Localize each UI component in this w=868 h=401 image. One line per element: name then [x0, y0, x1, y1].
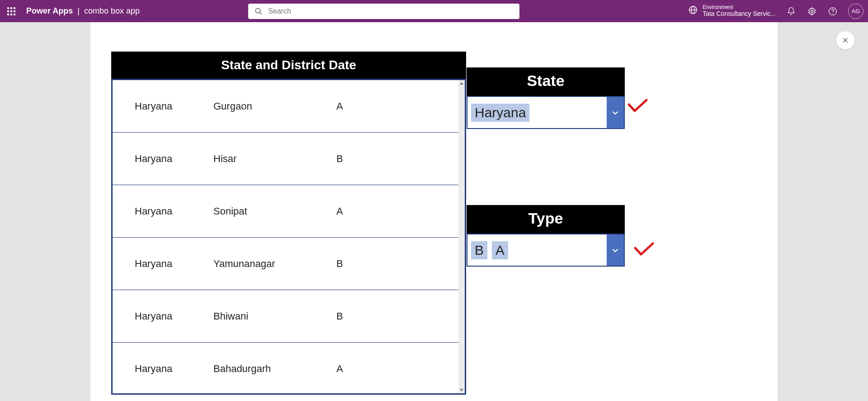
settings-icon[interactable]	[807, 6, 817, 17]
app-launcher-icon[interactable]	[5, 5, 18, 18]
combobox-chip[interactable]: A	[492, 241, 508, 259]
data-table-rows: Haryana Gurgaon A Haryana Hisar B Haryan…	[113, 80, 458, 395]
cell-district: Bahadurgarh	[213, 363, 336, 375]
table-row[interactable]: Haryana Sonipat A	[113, 185, 458, 238]
search-input[interactable]	[268, 7, 513, 15]
cell-district: Sonipat	[213, 205, 336, 217]
help-icon[interactable]	[827, 6, 838, 17]
header-right: Environment Tata Consultancy Servic... A…	[688, 4, 863, 19]
cell-state: Haryana	[113, 310, 213, 322]
app-header: Power Apps | combo box app Environment T…	[0, 0, 868, 22]
chevron-down-icon	[611, 246, 619, 254]
cell-district: Gurgaon	[213, 100, 336, 112]
type-combobox-card: Type B A	[467, 205, 625, 267]
cell-type: A	[336, 100, 458, 112]
cell-state: Haryana	[113, 100, 213, 112]
type-combobox-dropdown-button[interactable]	[607, 234, 624, 266]
close-icon	[842, 37, 849, 44]
data-table-title: State and District Date	[111, 52, 466, 79]
app-name-label: combo box app	[84, 6, 140, 16]
avatar[interactable]: AG	[848, 4, 863, 19]
type-combobox[interactable]: B A	[467, 234, 625, 267]
state-combobox-card: State Haryana	[467, 67, 625, 129]
globe-icon	[688, 5, 698, 17]
type-combobox-title: Type	[467, 205, 625, 234]
combobox-chip[interactable]: Haryana	[471, 104, 529, 122]
checkmark-annotation	[633, 242, 655, 257]
cell-type: A	[336, 363, 458, 375]
combobox-chip[interactable]: B	[471, 241, 487, 259]
avatar-initials: AG	[852, 8, 860, 14]
type-combobox-values: B A	[467, 241, 607, 259]
table-row[interactable]: Haryana Hisar B	[113, 133, 458, 185]
table-scrollbar[interactable]	[458, 80, 465, 393]
cell-district: Hisar	[213, 153, 336, 165]
svg-point-7	[832, 13, 833, 14]
environment-picker[interactable]: Environment Tata Consultancy Servic...	[688, 5, 776, 18]
data-table-body: Haryana Gurgaon A Haryana Hisar B Haryan…	[111, 79, 466, 395]
data-table-card: State and District Date Haryana Gurgaon …	[111, 52, 466, 395]
table-row[interactable]: Haryana Bahadurgarh A	[113, 343, 458, 395]
checkmark-annotation	[627, 98, 648, 114]
cell-type: B	[336, 258, 458, 270]
cell-state: Haryana	[113, 363, 213, 375]
table-row[interactable]: Haryana Bhiwani B	[113, 290, 458, 343]
cell-type: A	[336, 205, 458, 217]
brand-label: Power Apps	[26, 6, 73, 16]
svg-point-0	[255, 8, 260, 13]
state-combobox-dropdown-button[interactable]	[607, 97, 624, 128]
table-row[interactable]: Haryana Yamunanagar B	[113, 238, 458, 290]
environment-name: Tata Consultancy Servic...	[703, 10, 776, 17]
app-canvas: State and District Date Haryana Gurgaon …	[90, 22, 778, 401]
brand-divider: |	[77, 6, 80, 16]
search-box[interactable]	[248, 4, 519, 19]
close-preview-button[interactable]	[836, 31, 854, 49]
svg-line-1	[259, 12, 262, 14]
cell-district: Bhiwani	[213, 310, 336, 322]
cell-state: Haryana	[113, 153, 213, 165]
cell-type: B	[336, 310, 458, 322]
notifications-icon[interactable]	[786, 6, 797, 17]
cell-state: Haryana	[113, 205, 213, 217]
cell-state: Haryana	[113, 258, 213, 270]
state-combobox[interactable]: Haryana	[467, 96, 625, 129]
svg-point-5	[811, 10, 813, 12]
state-combobox-title: State	[467, 67, 625, 96]
state-combobox-values: Haryana	[467, 104, 607, 122]
chevron-down-icon	[611, 109, 619, 117]
search-icon	[255, 7, 263, 15]
table-row[interactable]: Haryana Gurgaon A	[113, 80, 458, 133]
cell-type: B	[336, 153, 458, 165]
cell-district: Yamunanagar	[213, 258, 336, 270]
